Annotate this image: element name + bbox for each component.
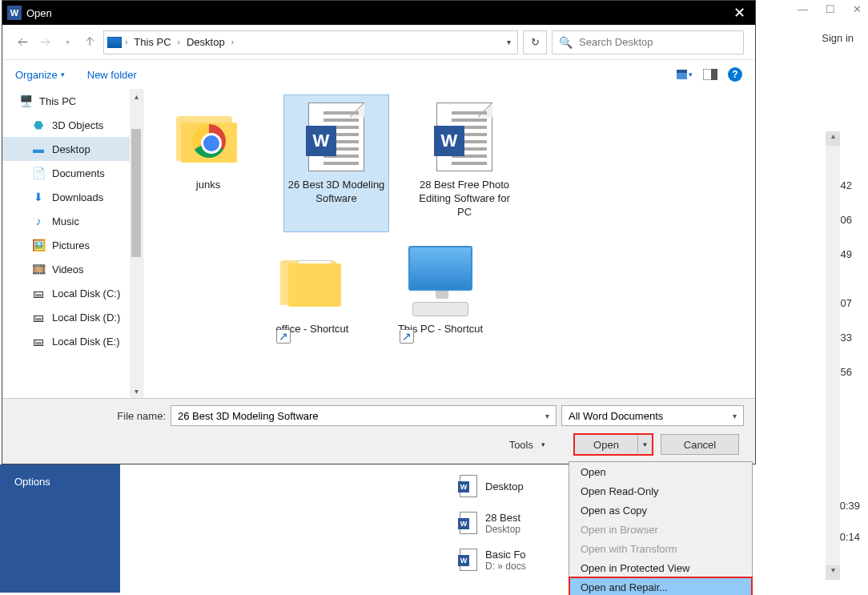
menu-open-with-transform: Open with Transform [569,539,752,558]
filename-label: File name: [14,410,166,422]
chevron-down-icon[interactable]: ▾ [733,412,737,420]
open-button[interactable]: Open ▼ [574,434,653,455]
word-doc-icon: W [460,549,477,571]
tree-local-disk-c[interactable]: 🖴Local Disk (C:) [2,281,143,305]
chevron-right-icon[interactable]: › [125,38,127,46]
menu-open-protected[interactable]: Open in Protected View [569,558,752,577]
shortcut-arrow-icon: ↗ [400,329,414,344]
bg-minimize-icon[interactable]: — [798,3,808,15]
chevron-right-icon[interactable]: › [178,38,180,46]
bg-maximize-icon[interactable]: ☐ [826,3,835,15]
open-dropdown-menu: Open Open Read-Only Open as Copy Open in… [569,461,753,595]
nav-recent-icon[interactable]: ▾ [58,34,76,51]
breadcrumb[interactable]: Desktop [183,34,228,50]
file-item-folder[interactable]: junks [156,95,260,231]
tree-local-disk-d[interactable]: 🖴Local Disk (D:) [2,305,143,329]
view-mode-button[interactable]: ▾ [677,67,693,82]
folder-icon [176,111,240,163]
this-pc-small-icon [107,37,122,48]
music-icon: ♪ [31,215,46,227]
bg-time-right: 0:39 0:14 [840,500,860,562]
bg-scrollbar[interactable]: ▴▾ [826,131,840,580]
tree-videos[interactable]: 🎞️Videos [2,257,143,281]
tree-scrollbar[interactable]: ▴▾ [130,89,143,400]
keyboard-icon [412,302,468,316]
search-icon: 🔍 [559,36,573,49]
file-item-word[interactable]: W 26 Best 3D Modeling Software [284,95,388,231]
nav-tree: ▴▾ 🖥️This PC ⬣3D Objects ▬Desktop 📄Docum… [2,89,143,400]
breadcrumb[interactable]: This PC [131,34,174,50]
refresh-icon[interactable]: ↻ [523,30,547,54]
tree-pictures[interactable]: 🖼️Pictures [2,233,143,257]
organize-button[interactable]: Organize▾ [15,69,65,81]
drive-icon: 🖴 [31,335,46,348]
desktop-icon: ▬ [31,143,46,155]
file-item-shortcut[interactable]: ↗ office - Shortcut [260,239,364,376]
recent-files-peek: W Desktop W 28 Best Desktop W Basic FoD:… [460,468,564,578]
file-item-word[interactable]: W 28 Best Free Photo Editing Software fo… [412,95,516,231]
titlebar: W Open ✕ [2,1,755,25]
dialog-footer: File name: 26 Best 3D Modeling Software … [2,398,755,464]
folder-icon [280,255,344,307]
options-link[interactable]: Options [14,476,106,488]
search-placeholder: Search Desktop [579,36,653,48]
filter-dropdown[interactable]: All Word Documents ▾ [561,405,744,426]
open-split-arrow[interactable]: ▼ [637,435,652,454]
menu-open[interactable]: Open [569,462,752,481]
cube-icon: ⬣ [31,119,46,131]
tools-dropdown[interactable]: Tools▾ [509,439,545,451]
menu-open-in-browser: Open in Browser [569,520,752,539]
cancel-button[interactable]: Cancel [661,434,739,455]
close-icon[interactable]: ✕ [729,4,750,22]
help-icon[interactable]: ? [728,67,742,82]
bg-close-icon[interactable]: ✕ [853,3,862,15]
svg-rect-1 [677,70,687,73]
address-dropdown-icon[interactable]: ▾ [504,38,514,46]
tree-music[interactable]: ♪Music [2,209,143,233]
file-item-shortcut[interactable]: ↗ This PC - Shortcut [388,239,492,376]
monitor-icon: 🖥️ [18,94,33,107]
nav-forward-icon[interactable]: 🡢 [36,34,54,51]
download-icon: ⬇ [31,191,46,203]
word-doc-icon: W [436,103,492,171]
preview-pane-button[interactable] [702,67,718,82]
tree-desktop[interactable]: ▬Desktop [2,137,143,161]
shortcut-arrow-icon: ↗ [276,329,291,344]
open-dialog: W Open ✕ 🡠 🡢 ▾ 🡡 › This PC › Desktop › ▾… [2,0,756,464]
file-grid: junks W 26 Best 3D Modeling Software W 2… [143,89,755,400]
nav-up-icon[interactable]: 🡡 [81,34,98,51]
svg-rect-3 [711,69,717,80]
address-bar[interactable]: › This PC › Desktop › ▾ [103,30,518,54]
filename-input[interactable]: 26 Best 3D Modeling Software ▾ [171,405,557,426]
signin-link[interactable]: Sign in [822,32,854,44]
documents-icon: 📄 [31,167,46,179]
pictures-icon: 🖼️ [31,239,46,251]
new-folder-button[interactable]: New folder [87,69,137,81]
tree-downloads[interactable]: ⬇Downloads [2,185,143,209]
chevron-down-icon[interactable]: ▾ [545,412,549,420]
word-doc-icon: W [308,103,364,171]
tree-documents[interactable]: 📄Documents [2,161,143,185]
word-doc-icon: W [460,512,477,534]
videos-icon: 🎞️ [31,263,46,275]
menu-open-and-repair[interactable]: Open and Repair... [569,577,752,595]
menu-open-as-copy[interactable]: Open as Copy [569,501,752,520]
tree-this-pc[interactable]: 🖥️This PC [2,89,143,113]
word-doc-icon: W [460,475,477,497]
drive-icon: 🖴 [31,287,46,300]
drive-icon: 🖴 [31,311,46,324]
dialog-title: Open [26,7,52,19]
nav-back-icon[interactable]: 🡠 [14,34,31,51]
word-app-icon: W [7,6,22,20]
backstage-panel: Options [0,464,120,593]
tree-local-disk-e[interactable]: 🖴Local Disk (E:) [2,329,143,353]
search-input[interactable]: 🔍 Search Desktop [552,30,744,54]
tree-3d-objects[interactable]: ⬣3D Objects [2,113,143,137]
menu-open-readonly[interactable]: Open Read-Only [569,481,752,501]
chevron-right-icon[interactable]: › [231,38,234,46]
monitor-icon [408,246,472,291]
